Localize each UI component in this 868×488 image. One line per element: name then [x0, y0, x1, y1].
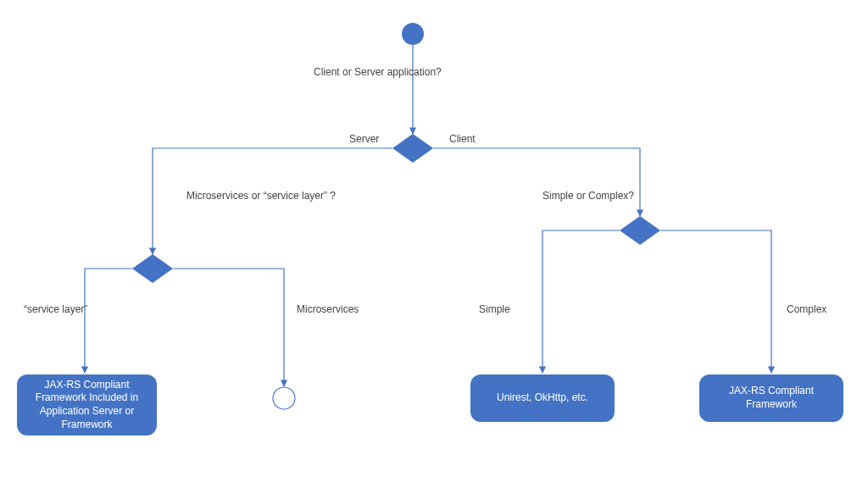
- terminal-jaxrs-full-text: JAX-RS Compliant Framework Included in A…: [24, 379, 150, 431]
- edge-label-simple: Simple: [479, 303, 510, 315]
- edge-label-microservices: Microservices: [297, 303, 359, 315]
- edge-label-server: Server: [349, 133, 379, 145]
- edge-d2-microservices: [173, 269, 284, 386]
- decision-microservices-or-layer: [132, 254, 173, 283]
- terminal-jaxrs-client: JAX-RS Compliant Framework: [699, 374, 843, 422]
- edge-d1-client: [433, 148, 640, 216]
- edge-d3-complex: [660, 230, 771, 373]
- terminal-simple-clients: Unirest, OkHttp, etc.: [470, 374, 615, 422]
- edge-d2-service-layer: [85, 269, 132, 373]
- terminal-simple-clients-text: Unirest, OkHttp, etc.: [497, 391, 588, 405]
- label-server-question: Microservices or “service layer” ?: [186, 190, 336, 202]
- edge-d3-simple: [542, 230, 620, 373]
- edge-label-service-layer: “service layer”: [24, 303, 87, 315]
- terminal-jaxrs-full: JAX-RS Compliant Framework Included in A…: [17, 374, 157, 435]
- edge-label-client: Client: [449, 133, 476, 145]
- edge-label-complex: Complex: [787, 303, 826, 315]
- label-client-question: Simple or Complex?: [542, 190, 634, 202]
- decision-client-or-server: [392, 134, 433, 163]
- start-node: [402, 23, 424, 45]
- decision-simple-or-complex: [620, 216, 660, 245]
- terminal-empty: [273, 387, 295, 409]
- terminal-jaxrs-client-text: JAX-RS Compliant Framework: [706, 385, 837, 411]
- label-root-question: Client or Server application?: [314, 66, 442, 78]
